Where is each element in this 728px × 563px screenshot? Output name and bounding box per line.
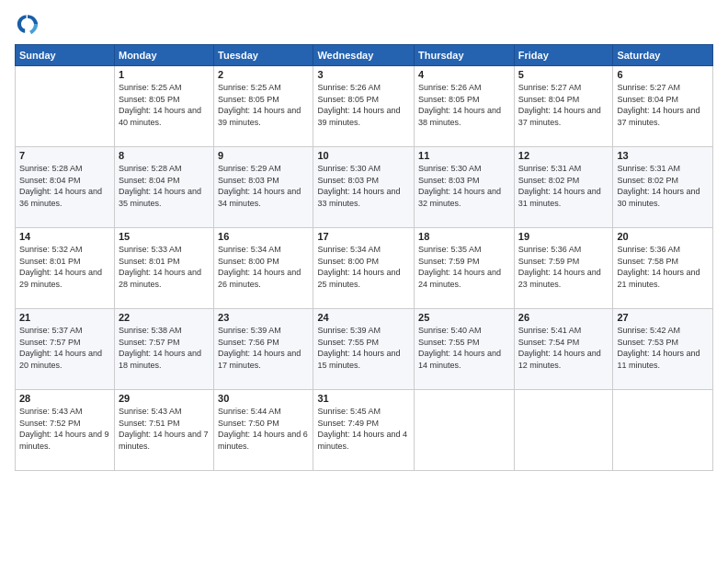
calendar-cell: 11Sunrise: 5:30 AM Sunset: 8:03 PM Dayli…: [415, 147, 515, 228]
calendar-body: 1Sunrise: 5:25 AM Sunset: 8:05 PM Daylig…: [16, 66, 713, 471]
calendar-cell: 7Sunrise: 5:28 AM Sunset: 8:04 PM Daylig…: [16, 147, 115, 228]
week-row-2: 7Sunrise: 5:28 AM Sunset: 8:04 PM Daylig…: [16, 147, 713, 228]
day-info: Sunrise: 5:36 AM Sunset: 7:59 PM Dayligh…: [518, 244, 609, 290]
day-info: Sunrise: 5:43 AM Sunset: 7:51 PM Dayligh…: [119, 406, 210, 452]
day-info: Sunrise: 5:35 AM Sunset: 7:59 PM Dayligh…: [418, 244, 510, 290]
weekday-header-thursday: Thursday: [415, 45, 515, 66]
day-info: Sunrise: 5:45 AM Sunset: 7:49 PM Dayligh…: [317, 406, 410, 452]
day-number: 10: [317, 150, 410, 161]
day-number: 28: [19, 393, 110, 404]
day-info: Sunrise: 5:34 AM Sunset: 8:00 PM Dayligh…: [317, 244, 410, 290]
day-number: 23: [218, 312, 309, 323]
day-info: Sunrise: 5:43 AM Sunset: 7:52 PM Dayligh…: [19, 406, 110, 452]
calendar-cell: 27Sunrise: 5:42 AM Sunset: 7:53 PM Dayli…: [613, 309, 713, 390]
day-number: 3: [317, 69, 410, 80]
calendar-cell: 2Sunrise: 5:25 AM Sunset: 8:05 PM Daylig…: [214, 66, 313, 147]
day-info: Sunrise: 5:27 AM Sunset: 8:04 PM Dayligh…: [518, 82, 609, 128]
calendar-cell: 17Sunrise: 5:34 AM Sunset: 8:00 PM Dayli…: [313, 228, 415, 309]
calendar-cell: [415, 390, 515, 471]
day-info: Sunrise: 5:42 AM Sunset: 7:53 PM Dayligh…: [617, 325, 709, 371]
day-info: Sunrise: 5:25 AM Sunset: 8:05 PM Dayligh…: [119, 82, 210, 128]
calendar-cell: 29Sunrise: 5:43 AM Sunset: 7:51 PM Dayli…: [114, 390, 213, 471]
calendar-cell: [514, 390, 613, 471]
logo-icon: [15, 11, 40, 37]
calendar-header: SundayMondayTuesdayWednesdayThursdayFrid…: [16, 45, 713, 66]
day-number: 5: [518, 69, 609, 80]
day-number: 15: [119, 231, 210, 242]
day-info: Sunrise: 5:39 AM Sunset: 7:56 PM Dayligh…: [218, 325, 309, 371]
day-info: Sunrise: 5:30 AM Sunset: 8:03 PM Dayligh…: [418, 163, 510, 209]
day-info: Sunrise: 5:31 AM Sunset: 8:02 PM Dayligh…: [617, 163, 709, 209]
week-row-5: 28Sunrise: 5:43 AM Sunset: 7:52 PM Dayli…: [16, 390, 713, 471]
day-info: Sunrise: 5:30 AM Sunset: 8:03 PM Dayligh…: [317, 163, 410, 209]
week-row-1: 1Sunrise: 5:25 AM Sunset: 8:05 PM Daylig…: [16, 66, 713, 147]
day-number: 17: [317, 231, 410, 242]
day-info: Sunrise: 5:38 AM Sunset: 7:57 PM Dayligh…: [119, 325, 210, 371]
day-number: 6: [617, 69, 709, 80]
calendar-cell: 24Sunrise: 5:39 AM Sunset: 7:55 PM Dayli…: [313, 309, 415, 390]
week-row-4: 21Sunrise: 5:37 AM Sunset: 7:57 PM Dayli…: [16, 309, 713, 390]
day-number: 1: [119, 69, 210, 80]
day-number: 31: [317, 393, 410, 404]
day-number: 4: [418, 69, 510, 80]
calendar-cell: 26Sunrise: 5:41 AM Sunset: 7:54 PM Dayli…: [514, 309, 613, 390]
calendar-cell: 23Sunrise: 5:39 AM Sunset: 7:56 PM Dayli…: [214, 309, 313, 390]
day-number: 27: [617, 312, 709, 323]
calendar-cell: 13Sunrise: 5:31 AM Sunset: 8:02 PM Dayli…: [613, 147, 713, 228]
calendar-cell: 28Sunrise: 5:43 AM Sunset: 7:52 PM Dayli…: [16, 390, 115, 471]
day-info: Sunrise: 5:39 AM Sunset: 7:55 PM Dayligh…: [317, 325, 410, 371]
weekday-header-sunday: Sunday: [16, 45, 115, 66]
day-number: 14: [19, 231, 110, 242]
day-info: Sunrise: 5:27 AM Sunset: 8:04 PM Dayligh…: [617, 82, 709, 128]
day-number: 25: [418, 312, 510, 323]
day-info: Sunrise: 5:36 AM Sunset: 7:58 PM Dayligh…: [617, 244, 709, 290]
day-number: 18: [418, 231, 510, 242]
calendar-cell: 14Sunrise: 5:32 AM Sunset: 8:01 PM Dayli…: [16, 228, 115, 309]
day-info: Sunrise: 5:41 AM Sunset: 7:54 PM Dayligh…: [518, 325, 609, 371]
day-number: 8: [119, 150, 210, 161]
calendar-cell: 10Sunrise: 5:30 AM Sunset: 8:03 PM Dayli…: [313, 147, 415, 228]
calendar-cell: 16Sunrise: 5:34 AM Sunset: 8:00 PM Dayli…: [214, 228, 313, 309]
day-number: 29: [119, 393, 210, 404]
day-info: Sunrise: 5:33 AM Sunset: 8:01 PM Dayligh…: [119, 244, 210, 290]
day-info: Sunrise: 5:40 AM Sunset: 7:55 PM Dayligh…: [418, 325, 510, 371]
day-info: Sunrise: 5:37 AM Sunset: 7:57 PM Dayligh…: [19, 325, 110, 371]
day-number: 7: [19, 150, 110, 161]
day-number: 2: [218, 69, 309, 80]
calendar-cell: 15Sunrise: 5:33 AM Sunset: 8:01 PM Dayli…: [114, 228, 213, 309]
calendar-table: SundayMondayTuesdayWednesdayThursdayFrid…: [15, 44, 713, 471]
calendar-cell: 12Sunrise: 5:31 AM Sunset: 8:02 PM Dayli…: [514, 147, 613, 228]
weekday-header-monday: Monday: [114, 45, 213, 66]
day-number: 11: [418, 150, 510, 161]
logo: [15, 11, 44, 37]
day-info: Sunrise: 5:28 AM Sunset: 8:04 PM Dayligh…: [19, 163, 110, 209]
calendar-cell: 30Sunrise: 5:44 AM Sunset: 7:50 PM Dayli…: [214, 390, 313, 471]
header: [15, 11, 713, 37]
day-info: Sunrise: 5:26 AM Sunset: 8:05 PM Dayligh…: [317, 82, 410, 128]
weekday-header-saturday: Saturday: [613, 45, 713, 66]
day-number: 24: [317, 312, 410, 323]
calendar-cell: [613, 390, 713, 471]
day-number: 22: [119, 312, 210, 323]
day-number: 12: [518, 150, 609, 161]
calendar-cell: 18Sunrise: 5:35 AM Sunset: 7:59 PM Dayli…: [415, 228, 515, 309]
day-info: Sunrise: 5:25 AM Sunset: 8:05 PM Dayligh…: [218, 82, 309, 128]
calendar-cell: 25Sunrise: 5:40 AM Sunset: 7:55 PM Dayli…: [415, 309, 515, 390]
calendar-cell: 5Sunrise: 5:27 AM Sunset: 8:04 PM Daylig…: [514, 66, 613, 147]
day-number: 19: [518, 231, 609, 242]
calendar-cell: 8Sunrise: 5:28 AM Sunset: 8:04 PM Daylig…: [114, 147, 213, 228]
calendar-cell: 22Sunrise: 5:38 AM Sunset: 7:57 PM Dayli…: [114, 309, 213, 390]
day-number: 13: [617, 150, 709, 161]
day-info: Sunrise: 5:29 AM Sunset: 8:03 PM Dayligh…: [218, 163, 309, 209]
calendar-cell: 19Sunrise: 5:36 AM Sunset: 7:59 PM Dayli…: [514, 228, 613, 309]
calendar-cell: 3Sunrise: 5:26 AM Sunset: 8:05 PM Daylig…: [313, 66, 415, 147]
page: SundayMondayTuesdayWednesdayThursdayFrid…: [0, 0, 728, 563]
day-number: 20: [617, 231, 709, 242]
day-info: Sunrise: 5:31 AM Sunset: 8:02 PM Dayligh…: [518, 163, 609, 209]
day-number: 26: [518, 312, 609, 323]
calendar-cell: [16, 66, 115, 147]
day-info: Sunrise: 5:26 AM Sunset: 8:05 PM Dayligh…: [418, 82, 510, 128]
calendar-cell: 31Sunrise: 5:45 AM Sunset: 7:49 PM Dayli…: [313, 390, 415, 471]
calendar-cell: 21Sunrise: 5:37 AM Sunset: 7:57 PM Dayli…: [16, 309, 115, 390]
day-info: Sunrise: 5:44 AM Sunset: 7:50 PM Dayligh…: [218, 406, 309, 452]
